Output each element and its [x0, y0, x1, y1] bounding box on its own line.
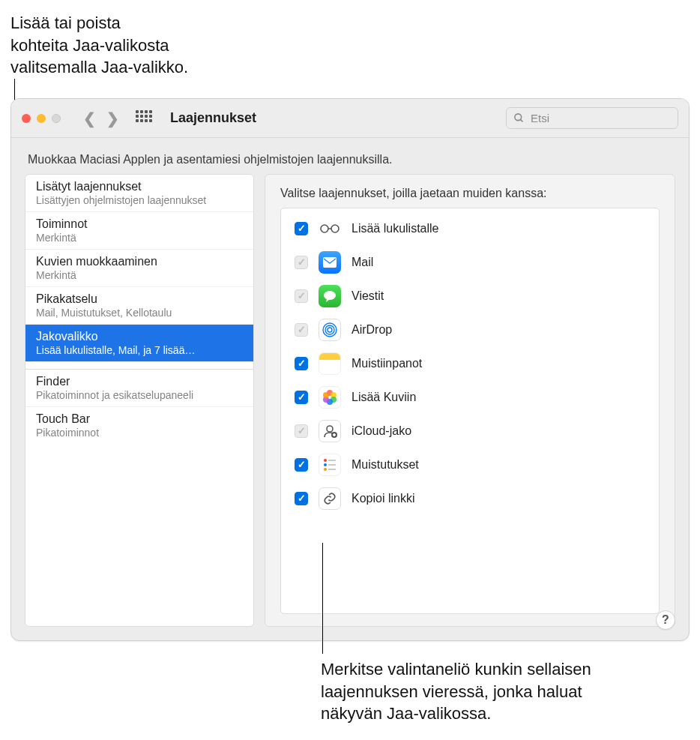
sidebar-item-label: Touch Bar	[36, 412, 243, 426]
sidebar-item-label: Kuvien muokkaaminen	[36, 255, 243, 268]
grid-icon[interactable]	[136, 110, 152, 127]
sidebar-item-touchbar[interactable]: Touch Bar Pikatoiminnot	[25, 407, 253, 444]
annotation-top: Lisää tai poista kohteita Jaa-valikosta …	[10, 12, 188, 79]
back-button[interactable]: ❮	[83, 109, 96, 127]
extension-checkbox[interactable]	[295, 492, 308, 505]
sidebar-item-sublabel: Mail, Muistutukset, Kellotaulu	[36, 307, 243, 319]
minimize-button[interactable]	[37, 114, 46, 123]
svg-point-6	[324, 291, 336, 300]
extension-checkbox	[295, 289, 308, 303]
sidebar-item-sublabel: Pikatoiminnot ja esikatselupaneeli	[36, 389, 243, 401]
content-area: Lisätyt laajennukset Lisättyjen ohjelmis…	[11, 174, 689, 640]
svg-rect-5	[323, 257, 337, 268]
sidebar-item-quicklook[interactable]: Pikakatselu Mail, Muistutukset, Kellotau…	[25, 287, 253, 325]
svg-line-1	[520, 119, 522, 121]
zoom-button[interactable]	[52, 114, 61, 123]
link-icon	[319, 487, 341, 510]
sidebar-separator	[25, 362, 253, 370]
extension-label: Muistutukset	[351, 458, 419, 472]
extension-row: Muistutukset	[281, 448, 659, 481]
svg-point-2	[321, 225, 328, 232]
extension-label: Mail	[351, 256, 373, 269]
search-input[interactable]	[506, 107, 678, 129]
svg-point-0	[515, 114, 522, 121]
help-button[interactable]: ?	[656, 610, 675, 630]
callout-line	[322, 543, 323, 654]
extension-label: Lisää Kuviin	[351, 391, 416, 404]
forward-button[interactable]: ❯	[106, 109, 119, 127]
extension-checkbox	[295, 256, 308, 269]
photos-icon	[319, 386, 341, 409]
extension-label: Viestit	[351, 289, 384, 303]
extension-row: AirDrop	[281, 313, 659, 346]
sidebar-item-actions[interactable]: Toiminnot Merkintä	[25, 212, 253, 250]
mail-icon	[319, 251, 341, 274]
sidebar-item-sublabel: Pikatoiminnot	[36, 427, 243, 439]
extension-row: Mail	[281, 245, 659, 279]
window-title: Laajennukset	[170, 110, 256, 126]
svg-point-16	[323, 392, 329, 398]
extension-checkbox[interactable]	[295, 458, 308, 472]
svg-point-22	[324, 463, 327, 466]
extension-row: Viestit	[281, 279, 659, 313]
preferences-window: ❮ ❯ Laajennukset Muokkaa Maciasi Applen …	[10, 98, 690, 641]
sidebar-item-sublabel: Merkintä	[36, 232, 243, 244]
extension-label: Kopioi linkki	[351, 492, 414, 505]
sidebar: Lisätyt laajennukset Lisättyjen ohjelmis…	[25, 174, 254, 627]
extension-row: Kopioi linkki	[281, 481, 659, 515]
extension-checkbox	[295, 424, 308, 438]
extension-row: Muistiinpanot	[281, 346, 659, 380]
svg-point-21	[324, 459, 327, 462]
sidebar-item-sublabel: Merkintä	[36, 269, 243, 281]
extensions-list: Lisää lukulistalle Mail Viestit	[280, 208, 660, 614]
sidebar-item-label: Toiminnot	[36, 217, 243, 231]
extension-checkbox	[295, 323, 308, 337]
sidebar-item-added-extensions[interactable]: Lisätyt laajennukset Lisättyjen ohjelmis…	[25, 175, 253, 212]
sidebar-item-share-menu[interactable]: Jakovalikko Lisää lukulistalle, Mail, ja…	[25, 325, 253, 362]
notes-icon	[319, 352, 341, 375]
extension-checkbox[interactable]	[295, 391, 308, 404]
search-field[interactable]	[506, 107, 678, 129]
svg-point-23	[324, 468, 327, 471]
extension-checkbox[interactable]	[295, 222, 308, 235]
search-icon	[513, 112, 525, 124]
sidebar-item-finder[interactable]: Finder Pikatoiminnot ja esikatselupaneel…	[25, 370, 253, 407]
main-panel: Valitse laajennukset, joilla jaetaan mui…	[265, 174, 675, 627]
readinglist-icon	[319, 217, 341, 240]
svg-point-8	[328, 328, 332, 332]
extension-label: Muistiinpanot	[351, 357, 422, 370]
main-title: Valitse laajennukset, joilla jaetaan mui…	[280, 187, 660, 200]
extension-checkbox[interactable]	[295, 357, 308, 370]
nav-arrows: ❮ ❯	[83, 109, 119, 127]
messages-icon	[319, 285, 341, 307]
titlebar: ❮ ❯ Laajennukset	[11, 99, 689, 138]
extension-row: Lisää Kuviin	[281, 380, 659, 414]
sidebar-item-sublabel: Lisää lukulistalle, Mail, ja 7 lisää…	[36, 344, 243, 356]
sidebar-item-label: Finder	[36, 375, 243, 388]
extension-row: iCloud-jako	[281, 414, 659, 448]
sidebar-item-label: Jakovalikko	[36, 330, 243, 343]
airdrop-icon	[319, 319, 341, 341]
reminders-icon	[319, 454, 341, 476]
annotation-bottom: Merkitse valintaneliö kunkin sellaisen l…	[321, 658, 591, 725]
close-button[interactable]	[22, 114, 31, 123]
sidebar-item-photo-editing[interactable]: Kuvien muokkaaminen Merkintä	[25, 250, 253, 287]
sidebar-item-sublabel: Lisättyjen ohjelmistojen laajennukset	[36, 194, 243, 206]
svg-point-3	[331, 225, 339, 232]
extension-label: iCloud-jako	[351, 424, 411, 438]
window-controls	[22, 114, 61, 123]
extension-label: AirDrop	[351, 323, 392, 337]
extension-label: Lisää lukulistalle	[351, 222, 439, 235]
pane-description: Muokkaa Maciasi Applen ja asentamiesi oh…	[11, 138, 689, 174]
svg-point-17	[327, 426, 333, 432]
sidebar-item-label: Lisätyt laajennukset	[36, 180, 243, 193]
svg-point-9	[325, 325, 334, 334]
sidebar-item-label: Pikakatselu	[36, 292, 243, 306]
icloud-share-icon	[319, 420, 341, 442]
extension-row: Lisää lukulistalle	[281, 211, 659, 245]
